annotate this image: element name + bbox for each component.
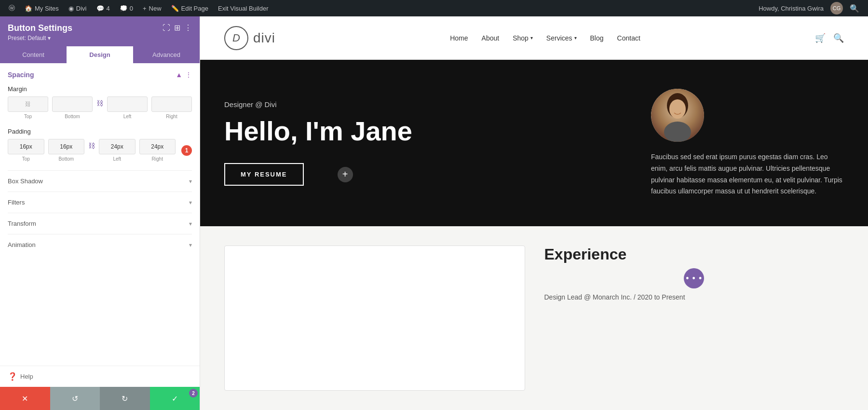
divi-item[interactable]: ◉ Divi xyxy=(64,0,92,16)
margin-right-input[interactable] xyxy=(151,96,192,112)
main-layout: Button Settings Preset: Default ▾ ⛶ ⊞ ⋮ … xyxy=(0,16,868,410)
padding-left-input[interactable]: 24px xyxy=(99,139,136,154)
margin-left-label: Left xyxy=(123,114,132,119)
nav-search-icon[interactable]: 🔍 xyxy=(833,33,844,43)
animation-title: Animation xyxy=(8,241,36,248)
nav-home[interactable]: Home xyxy=(450,34,468,42)
experience-title: Experience xyxy=(544,246,844,263)
hero-actions: MY RESUME + xyxy=(224,163,651,186)
spacing-more-icon[interactable]: ⋮ xyxy=(185,71,192,79)
nav-about[interactable]: About xyxy=(482,34,500,42)
new-item[interactable]: + New xyxy=(138,0,166,16)
avatar[interactable]: CG xyxy=(830,2,843,14)
hero-right: Faucibus sed sed erat ipsum purus egesta… xyxy=(651,89,844,197)
padding-link-icon[interactable]: ⛓ xyxy=(88,139,95,150)
howdy-text: Howdy, Christina Gwira xyxy=(754,5,828,12)
tab-content[interactable]: Content xyxy=(0,46,67,63)
cart-icon[interactable]: 🛒 xyxy=(815,33,826,43)
nav-contact[interactable]: Contact xyxy=(617,34,640,42)
box-shadow-header[interactable]: Box Shadow ▾ xyxy=(8,178,192,185)
tab-advanced[interactable]: Advanced xyxy=(133,46,200,63)
bubbles-count: 0 xyxy=(130,5,133,12)
avatar-image xyxy=(651,89,704,142)
filters-header[interactable]: Filters ▾ xyxy=(8,199,192,206)
divi-label: Divi xyxy=(76,5,87,12)
padding-row: 16px Top 16px Bottom ⛓ 24px Left xyxy=(8,139,176,162)
wp-logo-item[interactable]: ⓦ xyxy=(4,0,20,16)
margin-top-label: Top xyxy=(24,114,32,119)
panel-title: Button Settings xyxy=(8,23,72,33)
add-button[interactable]: + xyxy=(338,167,353,182)
site-nav-menu: Home About Shop Services Blog Contact xyxy=(450,34,640,42)
padding-right-input[interactable]: 24px xyxy=(139,139,176,154)
margin-bottom-pair: Bottom xyxy=(52,96,93,119)
help-section[interactable]: ❓ Help xyxy=(0,366,200,387)
lower-section: Experience • • • Design Lead @ Monarch I… xyxy=(200,226,868,410)
logo-letter: D xyxy=(232,32,240,44)
tab-design[interactable]: Design xyxy=(67,46,133,63)
dot-menu-button[interactable]: • • • xyxy=(684,268,704,288)
animation-chevron: ▾ xyxy=(189,242,192,248)
redo-button[interactable]: ↻ xyxy=(100,387,150,410)
filters-section: Filters ▾ xyxy=(8,191,192,213)
padding-top-input[interactable]: 16px xyxy=(8,139,44,154)
margin-bottom-input[interactable] xyxy=(52,96,93,112)
save-button[interactable]: ✓ 2 xyxy=(150,387,200,410)
nav-services[interactable]: Services xyxy=(546,34,577,42)
padding-label: Padding xyxy=(8,128,192,135)
exit-builder-item[interactable]: Exit Visual Builder xyxy=(213,0,273,16)
fullscreen-icon[interactable]: ⛶ xyxy=(163,24,170,32)
box-shadow-title: Box Shadow xyxy=(8,178,43,185)
lower-right: Experience • • • Design Lead @ Monarch I… xyxy=(544,246,844,391)
cancel-icon: ✕ xyxy=(22,394,28,403)
animation-header[interactable]: Animation ▾ xyxy=(8,241,192,248)
nav-icons: 🛒 🔍 xyxy=(815,33,844,43)
undo-button[interactable]: ↺ xyxy=(50,387,100,410)
save-icon: ✓ xyxy=(172,394,178,403)
search-icon[interactable]: 🔍 xyxy=(845,4,864,13)
margin-right-label: Right xyxy=(166,114,177,119)
home-icon: 🏠 xyxy=(25,5,32,12)
resume-button[interactable]: MY RESUME xyxy=(224,163,304,186)
margin-bottom-label: Bottom xyxy=(65,114,80,119)
padding-row-container: 16px Top 16px Bottom ⛓ 24px Left xyxy=(8,139,192,162)
bubbles-icon: 💭 xyxy=(120,5,127,12)
bubbles-item[interactable]: 💭 0 xyxy=(115,0,138,16)
padding-group: Padding 16px Top 16px Bottom ⛓ 24 xyxy=(8,128,192,162)
padding-bottom-label: Bottom xyxy=(58,156,74,162)
hero-title: Hello, I'm Jane xyxy=(224,116,651,146)
edit-page-item[interactable]: ✏️ Edit Page xyxy=(166,0,213,16)
margin-left-input[interactable] xyxy=(107,96,148,112)
help-icon: ❓ xyxy=(8,372,17,381)
panel-content: Spacing ▲ ⋮ Margin ⛓ Top xyxy=(0,63,200,366)
comments-item[interactable]: 💬 4 xyxy=(92,0,115,16)
margin-left-pair: Left xyxy=(107,96,148,119)
dot-menu-icon: • • • xyxy=(686,273,702,284)
spacing-title: Spacing xyxy=(8,71,34,79)
cancel-button[interactable]: ✕ xyxy=(0,387,50,410)
spacing-section-header: Spacing ▲ ⋮ xyxy=(8,71,192,79)
margin-top-input[interactable]: ⛓ xyxy=(8,96,48,112)
collapse-icon[interactable]: ▲ xyxy=(176,71,182,79)
panel-preset[interactable]: Preset: Default ▾ xyxy=(8,35,72,41)
my-sites-item[interactable]: 🏠 My Sites xyxy=(20,0,64,16)
panel-header-left: Button Settings Preset: Default ▾ xyxy=(8,23,72,41)
redo-icon: ↻ xyxy=(122,394,128,403)
margin-link-icon[interactable]: ⛓ xyxy=(96,96,103,107)
left-panel: Button Settings Preset: Default ▾ ⛶ ⊞ ⋮ … xyxy=(0,16,200,410)
save-badge: 2 xyxy=(189,389,198,397)
site-nav: D divi Home About Shop Services Blog Con… xyxy=(200,16,868,60)
logo-circle: D xyxy=(224,26,248,50)
nav-shop[interactable]: Shop xyxy=(513,34,533,42)
hero-section: Designer @ Divi Hello, I'm Jane MY RESUM… xyxy=(200,60,868,226)
svg-point-3 xyxy=(664,122,691,142)
margin-group: Margin ⛓ Top Bottom ⛓ Le xyxy=(8,85,192,119)
more-icon[interactable]: ⋮ xyxy=(184,23,192,32)
transform-header[interactable]: Transform ▾ xyxy=(8,220,192,227)
nav-blog[interactable]: Blog xyxy=(590,34,604,42)
padding-right-label: Right xyxy=(152,156,163,162)
grid-icon[interactable]: ⊞ xyxy=(174,23,180,32)
right-panel: D divi Home About Shop Services Blog Con… xyxy=(200,16,868,410)
padding-bottom-input[interactable]: 16px xyxy=(48,139,85,154)
comments-count: 4 xyxy=(107,5,110,12)
